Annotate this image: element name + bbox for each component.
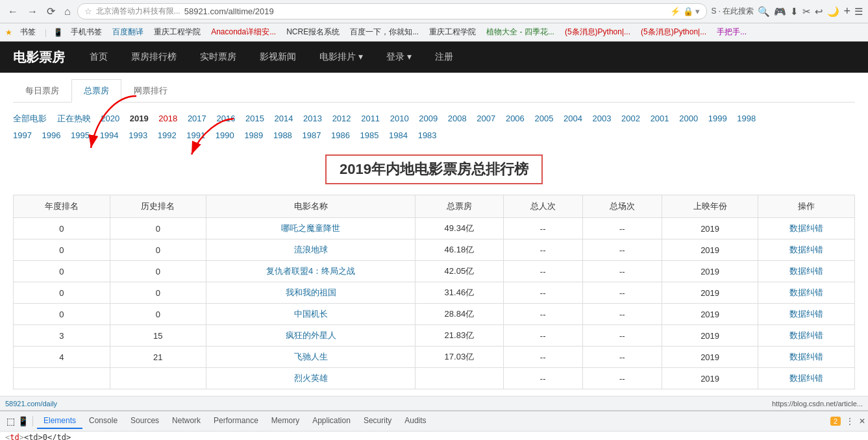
home-button[interactable]: ⌂ bbox=[62, 5, 73, 19]
cell-action[interactable]: 数据纠错 bbox=[758, 304, 855, 325]
filter-1987[interactable]: 1987 bbox=[302, 130, 321, 140]
search-icon[interactable]: 🔍 bbox=[758, 6, 770, 18]
nav-login[interactable]: 登录 ▾ bbox=[381, 42, 417, 73]
filter-2015[interactable]: 2015 bbox=[245, 114, 264, 123]
filter-2000[interactable]: 2000 bbox=[679, 114, 698, 123]
add-tab-icon[interactable]: + bbox=[843, 5, 850, 18]
cell-movie-name[interactable]: 哪吒之魔童降世 bbox=[206, 218, 415, 239]
filter-1998[interactable]: 1998 bbox=[737, 114, 756, 123]
filter-2001[interactable]: 2001 bbox=[651, 114, 669, 123]
devtools-tab-elements[interactable]: Elements bbox=[37, 413, 82, 429]
filter-2016[interactable]: 2016 bbox=[216, 114, 235, 123]
filter-2018[interactable]: 2018 bbox=[158, 114, 177, 123]
filter-2008[interactable]: 2008 bbox=[448, 114, 467, 123]
tab-online[interactable]: 网票排行 bbox=[121, 79, 180, 103]
bookmark-item-10[interactable]: (5条消息)Python|... bbox=[638, 25, 709, 39]
nav-home[interactable]: 首页 bbox=[84, 42, 113, 73]
nav-realtime[interactable]: 实时票房 bbox=[195, 42, 242, 73]
cell-action[interactable]: 数据纠错 bbox=[758, 325, 855, 347]
devtools-tab-console[interactable]: Console bbox=[82, 413, 124, 429]
bookmark-item-3[interactable]: 重庆工程学院 bbox=[151, 25, 203, 39]
filter-all[interactable]: 全部电影 bbox=[13, 114, 47, 123]
devtools-close-icon[interactable]: ✕ bbox=[859, 417, 865, 426]
filter-2010[interactable]: 2010 bbox=[390, 114, 409, 123]
filter-1984[interactable]: 1984 bbox=[389, 130, 408, 140]
filter-1983[interactable]: 1983 bbox=[418, 130, 437, 140]
devtools-tab-audits[interactable]: Audits bbox=[398, 413, 432, 429]
filter-2006[interactable]: 2006 bbox=[506, 114, 525, 123]
cell-action[interactable]: 数据纠错 bbox=[758, 261, 855, 282]
filter-2004[interactable]: 2004 bbox=[564, 114, 582, 123]
back-button[interactable]: ← bbox=[5, 5, 21, 19]
filter-2019[interactable]: 2019 bbox=[130, 114, 149, 123]
refresh-button[interactable]: ⟳ bbox=[44, 4, 58, 19]
filter-2009[interactable]: 2009 bbox=[419, 114, 438, 123]
filter-1997[interactable]: 1997 bbox=[13, 130, 32, 140]
devtools-tab-sources[interactable]: Sources bbox=[124, 413, 166, 429]
bookmark-item-1[interactable]: 手机书签 bbox=[68, 25, 105, 39]
bookmark-item-6[interactable]: 百度一下，你就知... bbox=[347, 25, 421, 39]
cell-movie-name[interactable]: 我和我的祖国 bbox=[206, 282, 415, 304]
filter-2003[interactable]: 2003 bbox=[593, 114, 612, 123]
filter-1986[interactable]: 1986 bbox=[331, 130, 350, 140]
filter-2020[interactable]: 2020 bbox=[101, 114, 119, 123]
filter-2017[interactable]: 2017 bbox=[188, 114, 206, 123]
tab-total[interactable]: 总票房 bbox=[71, 79, 121, 103]
bookmark-item-8[interactable]: 植物大全 - 四季花... bbox=[484, 25, 557, 39]
filter-1990[interactable]: 1990 bbox=[216, 130, 234, 140]
devtools-tab-performance[interactable]: Performance bbox=[207, 413, 265, 429]
cell-action[interactable]: 数据纠错 bbox=[758, 368, 855, 389]
devtools-tab-application[interactable]: Application bbox=[306, 413, 357, 429]
nav-register[interactable]: 注册 bbox=[430, 42, 458, 73]
devtools-tab-network[interactable]: Network bbox=[166, 413, 207, 429]
address-bar[interactable]: ☆ 北京滴答动力科技有限... 58921.com/alltime/2019 ⚡… bbox=[77, 3, 708, 19]
filter-2011[interactable]: 2011 bbox=[361, 114, 380, 123]
filter-1994[interactable]: 1994 bbox=[100, 130, 119, 140]
filter-1992[interactable]: 1992 bbox=[158, 130, 177, 140]
bookmark-item-9[interactable]: (5条消息)Python|... bbox=[562, 25, 633, 39]
cell-movie-name[interactable]: 烈火英雄 bbox=[206, 368, 415, 389]
nav-news[interactable]: 影视新闻 bbox=[254, 42, 301, 73]
filter-1993[interactable]: 1993 bbox=[129, 130, 147, 140]
filter-1989[interactable]: 1989 bbox=[244, 130, 263, 140]
devtools-tab-memory[interactable]: Memory bbox=[265, 413, 306, 429]
filter-1985[interactable]: 1985 bbox=[360, 130, 379, 140]
filter-1999[interactable]: 1999 bbox=[708, 114, 727, 123]
filter-1995[interactable]: 1995 bbox=[71, 130, 90, 140]
bookmark-item-5[interactable]: NCRE报名系统 bbox=[284, 25, 342, 39]
cell-movie-name[interactable]: 复仇者联盟4：终局之战 bbox=[206, 261, 415, 282]
filter-1991[interactable]: 1991 bbox=[186, 130, 205, 140]
devtools-tab-security[interactable]: Security bbox=[357, 413, 398, 429]
filter-2014[interactable]: 2014 bbox=[275, 114, 293, 123]
devtools-cursor-icon[interactable]: ⬚ bbox=[6, 416, 15, 426]
tab-daily[interactable]: 每日票房 bbox=[13, 79, 71, 103]
cell-movie-name[interactable]: 飞驰人生 bbox=[206, 347, 415, 368]
bookmark-item-0[interactable]: 书签 bbox=[18, 25, 38, 39]
bookmark-item-2[interactable]: 百度翻译 bbox=[110, 25, 146, 39]
devtools-inspect-icon[interactable]: 📱 bbox=[18, 416, 29, 426]
cell-action[interactable]: 数据纠错 bbox=[758, 218, 855, 239]
bookmark-item-11[interactable]: 手把手... bbox=[714, 25, 749, 39]
cell-action[interactable]: 数据纠错 bbox=[758, 347, 855, 368]
bookmark-item-4[interactable]: Anaconda详细安... bbox=[208, 25, 279, 39]
cell-movie-name[interactable]: 疯狂的外星人 bbox=[206, 325, 415, 347]
site-logo[interactable]: 电影票房 bbox=[13, 49, 65, 66]
cell-action[interactable]: 数据纠错 bbox=[758, 282, 855, 304]
filter-1988[interactable]: 1988 bbox=[273, 130, 292, 140]
filter-2012[interactable]: 2012 bbox=[332, 114, 351, 123]
filter-2005[interactable]: 2005 bbox=[534, 114, 553, 123]
menu-icon[interactable]: ☰ bbox=[854, 6, 863, 18]
filter-2002[interactable]: 2002 bbox=[621, 114, 640, 123]
filter-1996[interactable]: 1996 bbox=[42, 130, 61, 140]
filter-now[interactable]: 正在热映 bbox=[57, 114, 91, 123]
filter-2013[interactable]: 2013 bbox=[303, 114, 322, 123]
forward-button[interactable]: → bbox=[25, 5, 40, 19]
cell-movie-name[interactable]: 中国机长 bbox=[206, 304, 415, 325]
devtools-more-icon[interactable]: ⋮ bbox=[846, 417, 854, 426]
filter-2007[interactable]: 2007 bbox=[477, 114, 495, 123]
nav-ranking[interactable]: 票房排行榜 bbox=[126, 42, 182, 73]
cell-action[interactable]: 数据纠错 bbox=[758, 239, 855, 261]
nav-schedule[interactable]: 电影排片 ▾ bbox=[314, 42, 368, 73]
cell-movie-name[interactable]: 流浪地球 bbox=[206, 239, 415, 261]
bookmark-item-7[interactable]: 重庆工程学院 bbox=[427, 25, 478, 39]
